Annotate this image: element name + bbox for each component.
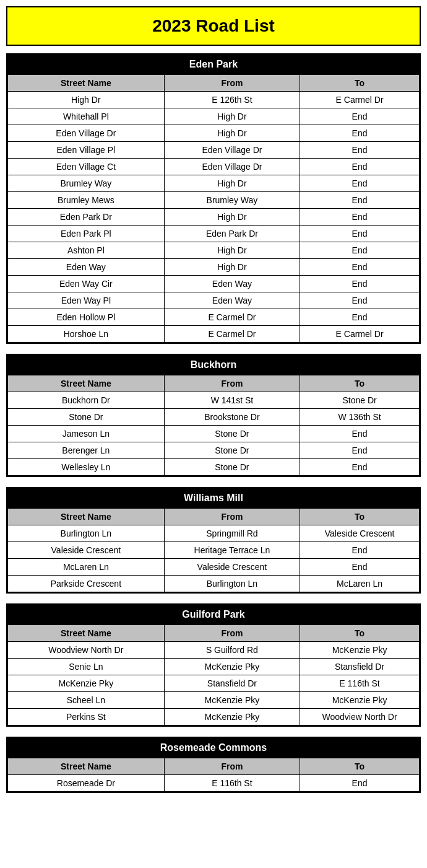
table-row: Horshoe LnE Carmel DrE Carmel Dr xyxy=(8,326,420,343)
section-guilford-park: Guilford ParkStreet NameFromToWoodview N… xyxy=(6,603,421,727)
from-value: Stone Dr xyxy=(164,426,300,442)
table-row: Eden Village CtEden Village DrEnd xyxy=(8,159,420,175)
to-value: End xyxy=(300,209,420,226)
from-value: High Dr xyxy=(164,108,300,125)
table-row: Valeside CrescentHeritage Terrace LnEnd xyxy=(8,542,420,559)
to-value: Woodview North Dr xyxy=(300,709,420,726)
section-header-eden-park: Eden Park xyxy=(7,55,420,74)
table-row: Perkins StMcKenzie PkyWoodview North Dr xyxy=(8,709,420,726)
street-name: Eden Village Pl xyxy=(8,142,165,159)
from-value: E Carmel Dr xyxy=(164,326,300,343)
street-name: Perkins St xyxy=(8,709,165,726)
street-name: McKenzie Pky xyxy=(8,675,165,692)
column-header-from: From xyxy=(164,625,300,642)
street-name: Eden Way Pl xyxy=(8,292,165,309)
from-value: Stone Dr xyxy=(164,442,300,459)
table-row: Rosemeade DrE 116th StEnd xyxy=(8,775,420,792)
column-header-street-name: Street Name xyxy=(8,625,165,642)
street-name: McLaren Ln xyxy=(8,559,165,576)
table-row: Woodview North DrS Guilford RdMcKenzie P… xyxy=(8,642,420,659)
from-value: Eden Village Dr xyxy=(164,159,300,175)
table-row: Stone DrBrookstone DrW 136th St xyxy=(8,409,420,426)
from-value: High Dr xyxy=(164,175,300,192)
from-value: Heritage Terrace Ln xyxy=(164,542,300,559)
from-value: Brookstone Dr xyxy=(164,409,300,426)
table-row: Eden Park PlEden Park DrEnd xyxy=(8,226,420,242)
to-value: End xyxy=(300,426,420,442)
to-value: End xyxy=(300,125,420,142)
to-value: E Carmel Dr xyxy=(300,92,420,108)
to-value: W 136th St xyxy=(300,409,420,426)
table-row: Jameson LnStone DrEnd xyxy=(8,426,420,442)
section-eden-park: Eden ParkStreet NameFromToHigh DrE 126th… xyxy=(6,53,421,344)
table-row: Eden Park DrHigh DrEnd xyxy=(8,209,420,226)
to-value: End xyxy=(300,775,420,792)
street-name: Woodview North Dr xyxy=(8,642,165,659)
street-name: Stone Dr xyxy=(8,409,165,426)
from-value: High Dr xyxy=(164,125,300,142)
to-value: End xyxy=(300,559,420,576)
street-name: Eden Way Cir xyxy=(8,276,165,292)
to-value: End xyxy=(300,242,420,259)
from-value: McKenzie Pky xyxy=(164,692,300,709)
column-header-street-name: Street Name xyxy=(8,75,165,92)
section-header-williams-mill: Williams Mill xyxy=(7,488,420,508)
to-value: McKenzie Pky xyxy=(300,692,420,709)
from-value: McKenzie Pky xyxy=(164,709,300,726)
street-name: Whitehall Pl xyxy=(8,108,165,125)
table-row: McLaren LnValeside CrescentEnd xyxy=(8,559,420,576)
street-name: High Dr xyxy=(8,92,165,108)
street-name: Eden Village Ct xyxy=(8,159,165,175)
street-name: Eden Park Pl xyxy=(8,226,165,242)
from-value: Springmill Rd xyxy=(164,525,300,542)
table-row: Scheel LnMcKenzie PkyMcKenzie Pky xyxy=(8,692,420,709)
street-name: Eden Hollow Pl xyxy=(8,309,165,326)
table-row: Berenger LnStone DrEnd xyxy=(8,442,420,459)
column-header-to: To xyxy=(300,509,420,525)
table-row: Wellesley LnStone DrEnd xyxy=(8,459,420,476)
to-value: End xyxy=(300,276,420,292)
to-value: Valeside Crescent xyxy=(300,525,420,542)
street-name: Eden Village Dr xyxy=(8,125,165,142)
to-value: McLaren Ln xyxy=(300,576,420,592)
from-value: Eden Village Dr xyxy=(164,142,300,159)
table-row: Eden WayHigh DrEnd xyxy=(8,259,420,276)
from-value: High Dr xyxy=(164,259,300,276)
table-row: Burlington LnSpringmill RdValeside Cresc… xyxy=(8,525,420,542)
section-williams-mill: Williams MillStreet NameFromToBurlington… xyxy=(6,487,421,594)
section-header-guilford-park: Guilford Park xyxy=(7,605,420,625)
table-row: Eden Way CirEden WayEnd xyxy=(8,276,420,292)
to-value: End xyxy=(300,459,420,476)
from-value: Eden Way xyxy=(164,276,300,292)
from-value: E Carmel Dr xyxy=(164,309,300,326)
to-value: End xyxy=(300,159,420,175)
to-value: End xyxy=(300,192,420,209)
to-value: Stansfield Dr xyxy=(300,659,420,675)
from-value: Stansfield Dr xyxy=(164,675,300,692)
to-value: E 116th St xyxy=(300,675,420,692)
from-value: S Guilford Rd xyxy=(164,642,300,659)
to-value: End xyxy=(300,442,420,459)
street-name: Parkside Crescent xyxy=(8,576,165,592)
section-header-rosemeade-commons: Rosemeade Commons xyxy=(7,738,420,758)
column-header-from: From xyxy=(164,375,300,392)
from-value: High Dr xyxy=(164,242,300,259)
table-row: Parkside CrescentBurlington LnMcLaren Ln xyxy=(8,576,420,592)
street-name: Brumley Mews xyxy=(8,192,165,209)
table-row: Buckhorn DrW 141st StStone Dr xyxy=(8,392,420,409)
column-header-from: From xyxy=(164,509,300,525)
street-name: Eden Park Dr xyxy=(8,209,165,226)
column-header-to: To xyxy=(300,625,420,642)
street-name: Horshoe Ln xyxy=(8,326,165,343)
column-header-street-name: Street Name xyxy=(8,758,165,775)
to-value: End xyxy=(300,309,420,326)
to-value: End xyxy=(300,108,420,125)
from-value: Eden Way xyxy=(164,292,300,309)
from-value: High Dr xyxy=(164,209,300,226)
column-header-to: To xyxy=(300,75,420,92)
to-value: E Carmel Dr xyxy=(300,326,420,343)
table-row: Whitehall PlHigh DrEnd xyxy=(8,108,420,125)
table-row: Eden Hollow PlE Carmel DrEnd xyxy=(8,309,420,326)
from-value: Valeside Crescent xyxy=(164,559,300,576)
column-header-street-name: Street Name xyxy=(8,509,165,525)
